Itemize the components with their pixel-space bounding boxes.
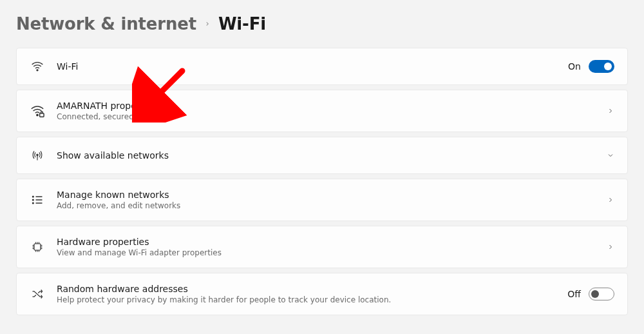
chevron-down-icon <box>607 150 614 162</box>
hardware-title: Hardware properties <box>57 237 607 247</box>
antenna-icon <box>30 148 45 163</box>
wifi-toggle-row[interactable]: Wi-Fi On <box>16 48 628 85</box>
wifi-title: Wi-Fi <box>57 61 568 72</box>
hardware-properties-row[interactable]: Hardware properties View and manage Wi-F… <box>16 226 628 268</box>
chevron-right-icon <box>607 105 614 117</box>
svg-point-4 <box>33 196 34 197</box>
list-icon <box>30 192 45 208</box>
breadcrumb-parent[interactable]: Network & internet <box>16 14 196 34</box>
hardware-sub: View and manage Wi-Fi adapter properties <box>57 248 607 257</box>
manage-title: Manage known networks <box>57 190 607 200</box>
connected-network-row[interactable]: AMARNATH properties Connected, secured <box>16 90 628 132</box>
breadcrumb: Network & internet Wi-Fi <box>16 14 628 34</box>
breadcrumb-current: Wi-Fi <box>218 14 266 34</box>
random-toggle-label: Off <box>567 289 581 299</box>
random-hardware-row[interactable]: Random hardware addresses Help protect y… <box>16 273 628 315</box>
chip-icon <box>30 239 45 255</box>
random-toggle[interactable] <box>589 288 614 300</box>
wifi-secured-icon <box>30 103 45 119</box>
random-sub: Help protect your privacy by making it h… <box>57 295 567 304</box>
wifi-toggle[interactable] <box>589 60 614 73</box>
svg-point-6 <box>33 202 34 204</box>
connected-network-sub: Connected, secured <box>57 112 607 121</box>
chevron-right-icon <box>607 241 614 253</box>
wifi-icon <box>30 59 45 74</box>
show-available-networks-row[interactable]: Show available networks <box>16 137 628 174</box>
chevron-right-icon <box>607 194 614 206</box>
svg-rect-2 <box>40 113 44 117</box>
chevron-right-icon <box>204 19 211 29</box>
show-available-title: Show available networks <box>57 150 607 161</box>
connected-network-title: AMARNATH properties <box>57 101 607 111</box>
svg-rect-10 <box>34 244 41 250</box>
shuffle-icon <box>30 286 45 302</box>
random-title: Random hardware addresses <box>57 284 567 294</box>
svg-point-3 <box>37 154 38 155</box>
svg-point-1 <box>37 114 38 115</box>
wifi-toggle-label: On <box>568 61 581 72</box>
svg-point-0 <box>37 70 38 71</box>
manage-sub: Add, remove, and edit networks <box>57 201 607 210</box>
svg-point-5 <box>33 199 34 201</box>
manage-known-networks-row[interactable]: Manage known networks Add, remove, and e… <box>16 179 628 221</box>
